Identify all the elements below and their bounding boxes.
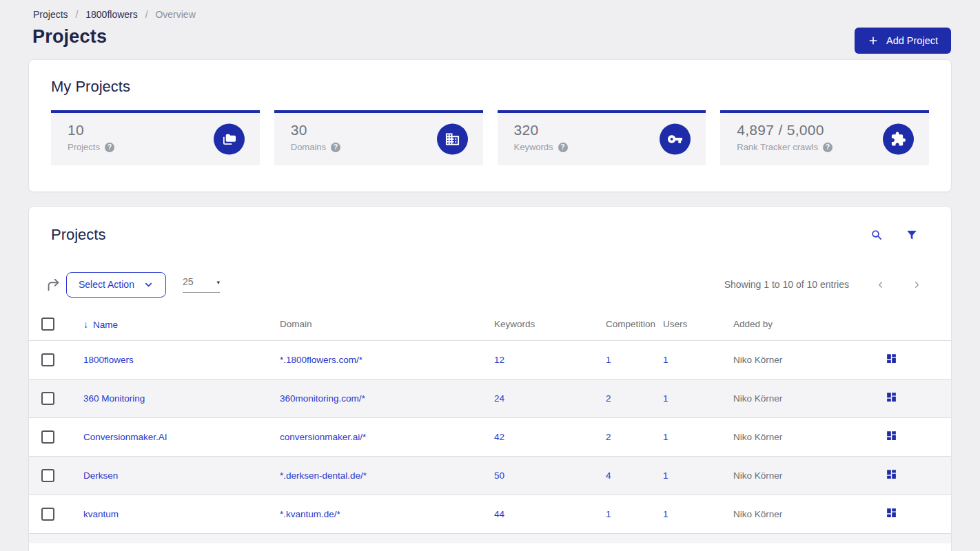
breadcrumb-separator: / [75, 9, 78, 20]
help-icon[interactable]: ? [105, 143, 114, 152]
puzzle-icon [883, 124, 914, 155]
help-icon[interactable]: ? [331, 143, 340, 152]
column-header-name[interactable]: Name [93, 320, 118, 330]
plus-icon [868, 35, 879, 46]
page-title: Projects [32, 26, 980, 48]
project-added-by: Niko Körner [721, 379, 858, 417]
table-toolbar: Select Action 25 ▾ Showing 1 to 10 of 10… [45, 271, 922, 298]
column-header-competition[interactable]: Competition [593, 309, 651, 340]
project-added-by: Niko Körner [721, 340, 858, 379]
select-all-checkbox[interactable] [41, 318, 54, 331]
caret-down-icon: ▾ [216, 278, 220, 287]
project-competition-link[interactable]: 2 [606, 393, 611, 404]
dashboard-icon[interactable] [886, 468, 897, 480]
project-domain-link[interactable]: conversionmaker.ai/* [280, 432, 366, 442]
project-name-link[interactable]: 360 Monitoring [83, 393, 145, 404]
stat-label: Keywords [514, 142, 553, 152]
project-keywords-link[interactable]: 12 [494, 355, 504, 365]
project-domain-link[interactable]: *.kvantum.de/* [280, 509, 340, 519]
breadcrumb-separator: / [145, 9, 148, 20]
project-domain-link[interactable]: *.1800flowers.com/* [280, 355, 363, 365]
project-added-by: Niko Körner [721, 417, 858, 456]
row-checkbox[interactable] [41, 392, 54, 405]
breadcrumb-link-1800flowers[interactable]: 1800flowers [85, 9, 138, 20]
project-keywords-link[interactable]: 44 [494, 509, 504, 519]
column-header-added-by[interactable]: Added by [721, 309, 858, 340]
prev-page-button[interactable] [875, 280, 886, 290]
project-users-link[interactable]: 1 [663, 393, 668, 404]
help-icon[interactable]: ? [823, 143, 833, 152]
building-icon [437, 124, 468, 155]
stat-card-projects: 10 Projects ? [51, 110, 260, 165]
breadcrumb: Projects / 1800flowers / Overview [33, 9, 980, 20]
project-name-link[interactable]: Derksen [83, 470, 118, 481]
table-row: kvantum *.kvantum.de/* 44 1 1 Niko Körne… [29, 495, 951, 533]
table-row: 1800flowers *.1800flowers.com/* 12 1 1 N… [29, 340, 951, 379]
stat-card-keywords: 320 Keywords ? [498, 110, 706, 165]
dashboard-icon[interactable] [886, 353, 897, 364]
page-size-value: 25 [183, 276, 194, 287]
project-name-link[interactable]: Conversionmaker.AI [83, 432, 167, 442]
table-row: Conversionmaker.AI conversionmaker.ai/* … [29, 417, 951, 456]
project-competition-link[interactable]: 2 [606, 432, 611, 442]
project-competition-link[interactable]: 1 [606, 509, 611, 519]
add-project-button[interactable]: Add Project [855, 28, 951, 54]
next-page-button[interactable] [912, 280, 922, 290]
project-name-link[interactable]: kvantum [83, 509, 119, 519]
project-users-link[interactable]: 1 [663, 470, 668, 481]
my-projects-title: My Projects [51, 78, 929, 96]
stats-grid: 10 Projects ? 30 Domains ? [51, 110, 929, 165]
projects-table-title: Projects [51, 226, 951, 244]
breadcrumb-current-overview: Overview [155, 9, 195, 20]
projects-table: ↓Name Domain Keywords Competition Users … [29, 309, 951, 534]
row-checkbox[interactable] [41, 430, 54, 444]
project-domain-link[interactable]: *.derksen-dental.de/* [280, 470, 367, 481]
column-header-users[interactable]: Users [651, 309, 721, 340]
project-domain-link[interactable]: 360monitoring.com/* [280, 393, 365, 404]
project-added-by: Niko Körner [721, 495, 858, 533]
dashboard-icon[interactable] [886, 507, 897, 519]
project-added-by: Niko Körner [721, 456, 858, 495]
project-keywords-link[interactable]: 24 [494, 393, 504, 404]
project-users-link[interactable]: 1 [663, 432, 668, 442]
project-users-link[interactable]: 1 [663, 509, 668, 519]
stat-label: Domains [291, 142, 326, 152]
stat-label: Projects [68, 142, 100, 152]
row-checkbox[interactable] [41, 353, 54, 366]
stat-card-domains: 30 Domains ? [274, 110, 483, 165]
key-icon [660, 124, 691, 155]
column-header-domain[interactable]: Domain [267, 309, 482, 340]
filter-icon[interactable] [906, 229, 918, 242]
dashboard-icon[interactable] [886, 391, 897, 403]
page-size-select[interactable]: 25 ▾ [183, 276, 220, 293]
dashboard-icon[interactable] [886, 430, 897, 441]
column-header-keywords[interactable]: Keywords [482, 309, 593, 340]
table-row-partial [29, 534, 951, 543]
project-users-link[interactable]: 1 [663, 355, 668, 365]
row-checkbox[interactable] [41, 508, 54, 521]
help-icon[interactable]: ? [558, 143, 568, 152]
showing-entries-text: Showing 1 to 10 of 10 entries [724, 279, 849, 290]
sort-arrow-down-icon: ↓ [83, 319, 88, 330]
projects-table-card: Projects Select Action 25 ▾ Showing [28, 206, 952, 551]
add-project-label: Add Project [886, 35, 938, 46]
project-keywords-link[interactable]: 50 [494, 470, 504, 481]
select-action-label: Select Action [79, 279, 134, 290]
project-keywords-link[interactable]: 42 [494, 432, 504, 442]
chevron-down-icon [143, 280, 154, 290]
table-header-row: ↓Name Domain Keywords Competition Users … [29, 309, 951, 340]
table-row: 360 Monitoring 360monitoring.com/* 24 2 … [29, 379, 951, 417]
select-action-dropdown[interactable]: Select Action [66, 272, 166, 298]
export-arrow-icon[interactable] [45, 277, 61, 292]
project-competition-link[interactable]: 1 [606, 355, 611, 365]
table-row: Derksen *.derksen-dental.de/* 50 4 1 Nik… [29, 456, 951, 495]
breadcrumb-link-projects[interactable]: Projects [33, 9, 68, 20]
stat-card-crawls: 4,897 / 5,000 Rank Tracker crawls ? [720, 110, 929, 165]
stat-label: Rank Tracker crawls [737, 142, 818, 152]
my-projects-card: My Projects 10 Projects ? 30 Domains ? [28, 59, 952, 192]
search-icon[interactable] [870, 229, 884, 242]
project-competition-link[interactable]: 4 [606, 470, 611, 481]
projects-stack-icon [214, 124, 245, 155]
row-checkbox[interactable] [41, 469, 54, 482]
project-name-link[interactable]: 1800flowers [83, 355, 134, 365]
